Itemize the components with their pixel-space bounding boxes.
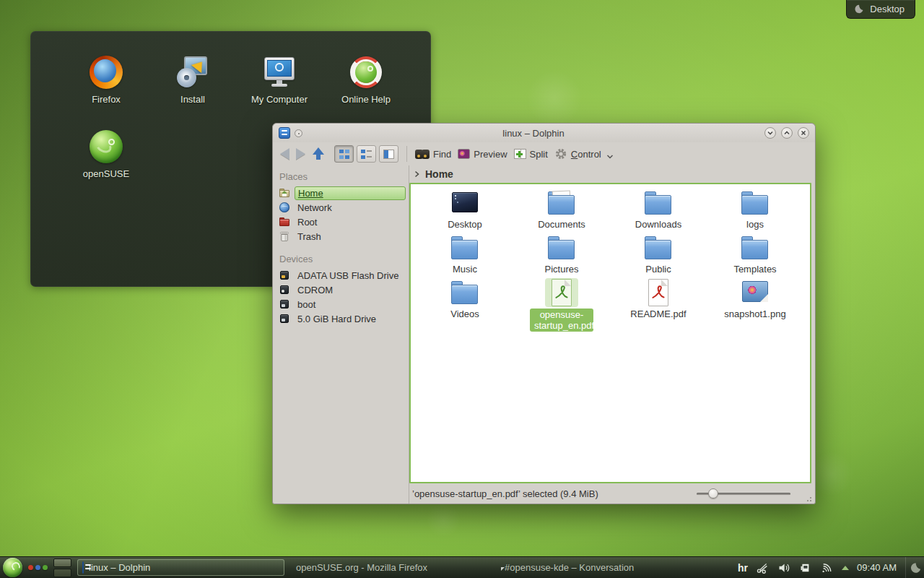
- breadcrumb: Home: [409, 165, 815, 183]
- arrow-up-icon: [312, 147, 325, 160]
- window-content: Places Home Network Root Trash Devices A…: [273, 165, 815, 504]
- file-public[interactable]: Public: [610, 233, 707, 278]
- root-folder-icon: [279, 216, 290, 228]
- folder-icon: [642, 233, 675, 262]
- status-text: ’opensuse-startup_en.pdf’ selected (9.4 …: [412, 488, 689, 499]
- chevron-right-icon: [414, 171, 420, 178]
- desktop-pager[interactable]: [53, 558, 71, 577]
- task-opensuse-kde-konversation[interactable]: #opensuse-kde – Konversation: [494, 559, 702, 576]
- file-videos[interactable]: Videos: [417, 278, 513, 323]
- file-pictures[interactable]: Pictures: [513, 233, 610, 278]
- file-label: Downloads: [635, 219, 681, 230]
- taskbar: linux – Dolphin openSUSE.org - Mozilla F…: [0, 556, 924, 578]
- sidebar-item-label: Root: [295, 216, 320, 228]
- task-opensuse-org-mozilla-firefox[interactable]: openSUSE.org - Mozilla Firefox: [286, 559, 493, 576]
- desktop-icon-firefox[interactable]: Firefox: [63, 55, 149, 105]
- desktop-folder-icon: [448, 189, 481, 217]
- view-icons-button[interactable]: [334, 145, 354, 163]
- firefox-icon: [89, 55, 123, 90]
- control-button[interactable]: Control: [554, 147, 614, 160]
- devices-header: Devices: [273, 249, 409, 268]
- activity-dots[interactable]: [28, 565, 48, 570]
- digital-clock[interactable]: 09:40 AM: [857, 562, 897, 573]
- folder-icon: [738, 189, 772, 217]
- file-snapshot1-png[interactable]: snapshot1.png: [707, 278, 803, 323]
- back-button[interactable]: [280, 148, 289, 160]
- sidebar-item-boot[interactable]: boot: [273, 297, 409, 311]
- clipboard-scissors-icon[interactable]: [756, 561, 769, 574]
- panel-toolbox-button[interactable]: [905, 557, 924, 578]
- chevron-up-icon: [783, 129, 790, 137]
- forward-button[interactable]: [296, 148, 305, 160]
- sidebar-item-cdrom[interactable]: CDROM: [273, 282, 409, 297]
- file-label: Music: [453, 264, 477, 275]
- desktop-icon-my-computer[interactable]: My Computer: [236, 55, 323, 105]
- sidebar-item-trash[interactable]: Trash: [273, 229, 409, 243]
- application-launcher-button[interactable]: [3, 558, 22, 577]
- pager-desktop-2[interactable]: [53, 569, 71, 577]
- file-documents[interactable]: Documents: [513, 189, 610, 233]
- desktop-icon-install[interactable]: Install: [149, 55, 236, 105]
- columns-view-icon: [383, 150, 394, 159]
- window-buttons: [764, 127, 809, 139]
- find-label: Find: [433, 149, 451, 160]
- home-folder-icon: [279, 187, 290, 199]
- pdf-selected-icon: [545, 278, 578, 307]
- file-readme-pdf[interactable]: README.pdf: [610, 278, 707, 323]
- sidebar-item-root[interactable]: Root: [273, 215, 409, 229]
- icon-zoom-slider[interactable]: [697, 488, 796, 499]
- maximize-button[interactable]: [781, 127, 793, 139]
- desktop-icon-online-help[interactable]: Online Help: [323, 55, 409, 105]
- install-icon: [175, 55, 210, 90]
- view-details-button[interactable]: [357, 145, 376, 163]
- sidebar-item-label: Trash: [295, 230, 324, 243]
- online-help-icon: [349, 55, 383, 90]
- desktop-icon-label: My Computer: [251, 94, 308, 105]
- breadcrumb-home[interactable]: Home: [425, 168, 453, 180]
- file-templates[interactable]: Templates: [707, 233, 803, 278]
- pager-desktop-1[interactable]: [53, 558, 71, 567]
- file-opensuse-startup-en-pdf[interactable]: opensuse-startup_en.pdf: [513, 278, 610, 323]
- details-view-icon: [361, 150, 372, 159]
- folder-icon: [642, 189, 675, 217]
- desktop-icon-opensuse[interactable]: openSUSE: [63, 129, 149, 179]
- sidebar-item-home[interactable]: Home: [273, 186, 409, 200]
- task-linux-dolphin[interactable]: linux – Dolphin: [77, 559, 284, 576]
- sidebar-item-network[interactable]: Network: [273, 200, 409, 215]
- file-logs[interactable]: logs: [707, 189, 803, 233]
- split-button[interactable]: Split: [514, 149, 548, 160]
- toolbar-separator: [406, 146, 407, 162]
- preview-button[interactable]: Preview: [458, 149, 507, 160]
- tray-expander-icon[interactable]: [842, 566, 849, 570]
- system-tray: hr 09:40 AM: [738, 561, 901, 574]
- my-computer-icon: [262, 55, 297, 90]
- sidebar-item-label: 5.0 GiB Hard Drive: [295, 313, 379, 325]
- file-downloads[interactable]: Downloads: [610, 189, 707, 233]
- pdf-icon: [642, 278, 675, 307]
- file-label: Desktop: [448, 219, 482, 230]
- sidebar-item-adata-usb-flash-drive[interactable]: ADATA USB Flash Drive: [273, 268, 409, 282]
- sidebar-item-5-0-gib-hard-drive[interactable]: 5.0 GiB Hard Drive: [273, 311, 409, 326]
- file-music[interactable]: Music: [417, 233, 513, 278]
- slider-handle[interactable]: [708, 488, 718, 499]
- split-label: Split: [530, 149, 548, 160]
- minimize-button[interactable]: [764, 127, 776, 139]
- keyboard-layout-indicator[interactable]: hr: [738, 562, 748, 574]
- window-menu-button[interactable]: [295, 129, 302, 137]
- file-desktop[interactable]: Desktop: [417, 189, 513, 233]
- task-label: linux – Dolphin: [89, 562, 150, 573]
- volume-icon[interactable]: [777, 561, 790, 574]
- hard-drive-icon: [279, 313, 290, 324]
- find-button[interactable]: Find: [415, 149, 451, 160]
- titlebar[interactable]: linux – Dolphin: [273, 124, 815, 142]
- window-resize-grip[interactable]: [805, 495, 812, 502]
- network-status-icon[interactable]: [820, 561, 834, 574]
- up-button[interactable]: [312, 147, 325, 160]
- desktop-toolbox-button[interactable]: Desktop: [846, 0, 915, 19]
- device-notifier-icon[interactable]: [798, 561, 812, 574]
- close-icon: [800, 129, 807, 137]
- file-view[interactable]: Desktop Documents Downloads logs Music P…: [409, 183, 811, 483]
- task-label: openSUSE.org - Mozilla Firefox: [296, 562, 427, 573]
- close-button[interactable]: [798, 127, 809, 139]
- view-columns-button[interactable]: [379, 145, 398, 163]
